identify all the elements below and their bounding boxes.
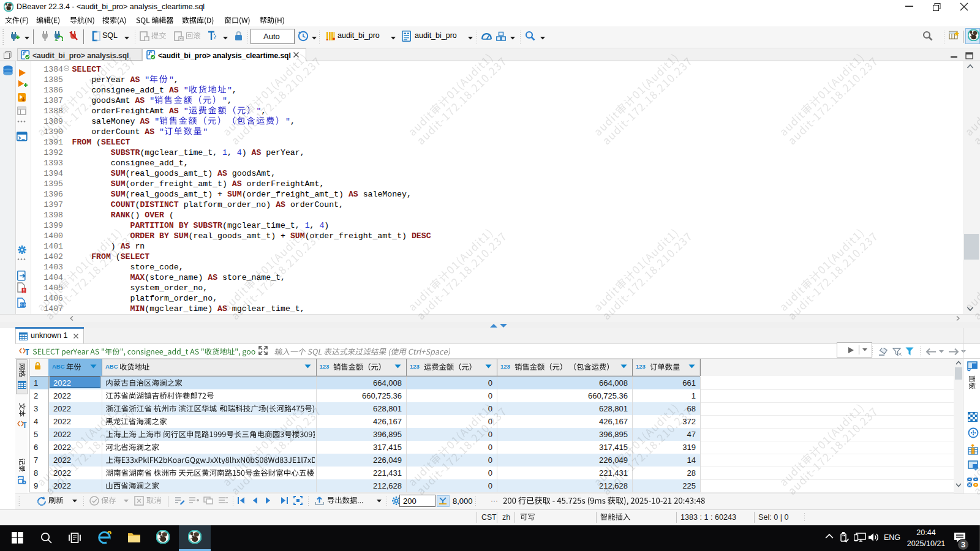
svg-text:3: 3	[961, 540, 965, 549]
